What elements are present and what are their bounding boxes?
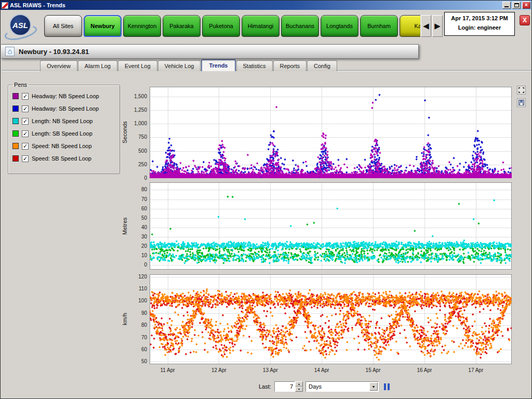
pen-row-speed-nb-speed-loop: ✓Speed: NB Speed Loop (12, 140, 115, 152)
x-tick-label: 16 Apr (417, 367, 432, 373)
pen-checkbox[interactable]: ✓ (22, 93, 29, 100)
site-button-pakaraka[interactable]: Pakaraka (163, 15, 201, 37)
pen-list: ✓Headway: NB Speed Loop✓Headway: SB Spee… (12, 90, 115, 165)
window-title: ASL RIAWS - Trends (10, 1, 501, 10)
spinner-up-button[interactable]: ▲ (295, 381, 303, 387)
close-icon: × (525, 2, 528, 8)
logo-text: ASL (12, 21, 28, 30)
tab-config[interactable]: Config (307, 60, 337, 71)
next-sites-button[interactable]: ▶ (432, 15, 443, 37)
logo-circle: ASL (9, 14, 31, 36)
exit-x-icon: X (523, 17, 527, 24)
tab-trends[interactable]: Trends (201, 59, 235, 71)
left-arrow-icon: ◀ (423, 21, 429, 31)
unit-dropdown[interactable]: Days ▼ (305, 381, 379, 392)
application-window: ASL RIAWS - Trends × ASL All SitesNewbur… (0, 0, 532, 399)
tab-event-log[interactable]: Event Log (118, 60, 157, 71)
prev-sites-button[interactable]: ◀ (421, 15, 431, 37)
pen-checkbox[interactable]: ✓ (22, 105, 29, 112)
y-tick-label: 1,000 (127, 121, 147, 126)
pen-label: Speed: NB Speed Loop (32, 143, 92, 149)
pen-row-length-sb-speed-loop: ✓Length: SB Speed Loop (12, 127, 115, 140)
pen-checkbox[interactable]: ✓ (22, 143, 29, 150)
pens-panel: Pens ✓Headway: NB Speed Loop✓Headway: SB… (8, 82, 120, 174)
x-tick-label: 17 Apr (468, 367, 483, 373)
site-button-kai[interactable]: Kai (400, 15, 420, 37)
y-tick-label: 10 (127, 252, 147, 258)
site-button-longlands[interactable]: Longlands (321, 15, 358, 37)
pens-title: Pens (12, 82, 29, 88)
tab-vehicle-log[interactable]: Vehicle Log (158, 60, 201, 71)
site-header-banner: ⌂ Newbury - 10.93.24.81 (1, 44, 419, 59)
pen-checkbox[interactable]: ✓ (22, 118, 29, 125)
y-tick-label: 20 (127, 243, 147, 249)
unit-dropdown-value: Days (309, 383, 322, 390)
site-buttons-strip: All SitesNewburyKenningtonPakarakaPuketo… (44, 15, 420, 38)
site-button-newbury[interactable]: Newbury (84, 15, 122, 37)
y-tick-label: 1,250 (127, 107, 147, 113)
close-button[interactable]: × (522, 2, 530, 9)
y-tick-label: 80 (127, 322, 147, 328)
save-chart-button[interactable] (517, 98, 526, 107)
y-tick-label: 0 (127, 175, 147, 181)
save-icon (518, 100, 524, 105)
x-tick-label: 13 Apr (263, 367, 278, 373)
exit-button[interactable]: X (520, 15, 530, 25)
y-tick-label: 30 (127, 234, 147, 240)
pen-row-headway-sb-speed-loop: ✓Headway: SB Speed Loop (12, 102, 115, 115)
headway-plot[interactable] (150, 87, 512, 178)
site-nav-arrows: ◀ ▶ (421, 15, 443, 37)
site-button-kennington[interactable]: Kennington (123, 15, 161, 37)
pause-icon-bar (384, 383, 386, 390)
maximize-button[interactable] (512, 2, 521, 9)
y-tick-label: 60 (127, 206, 147, 211)
site-button-himatangi[interactable]: Himatangi (242, 15, 280, 37)
expand-icon (518, 87, 524, 93)
dropdown-arrow-icon[interactable]: ▼ (369, 382, 378, 391)
pen-color-swatch (12, 155, 19, 162)
pen-row-headway-nb-speed-loop: ✓Headway: NB Speed Loop (12, 90, 115, 102)
tab-reports[interactable]: Reports (273, 60, 307, 71)
y-tick-label: 250 (127, 162, 147, 167)
site-button-all-sites[interactable]: All Sites (44, 15, 82, 37)
pause-button[interactable] (381, 382, 392, 391)
site-button-burnham[interactable]: Burnham (360, 15, 398, 37)
length-plot[interactable] (150, 182, 512, 270)
last-value-input[interactable] (274, 381, 295, 392)
y-tick-label: 110 (127, 286, 147, 291)
last-label: Last: (259, 383, 271, 390)
tab-overview[interactable]: Overview (40, 60, 77, 71)
y-tick-label: 70 (127, 196, 147, 202)
pen-color-swatch (12, 93, 19, 99)
minimize-button[interactable] (502, 2, 511, 9)
x-tick-label: 11 Apr (161, 367, 175, 373)
speed-plot[interactable] (150, 274, 512, 364)
spinner-down-button[interactable]: ▼ (295, 387, 303, 392)
site-button-buchanans[interactable]: Buchanans (281, 15, 319, 37)
pen-row-length-nb-speed-loop: ✓Length: NB Speed Loop (12, 115, 115, 127)
pen-color-swatch (12, 130, 19, 137)
y-tick-label: 90 (127, 310, 147, 316)
maximize-icon (514, 3, 519, 7)
right-arrow-icon: ▶ (434, 21, 441, 31)
toolbar: ASL All SitesNewburyKenningtonPakarakaPu… (1, 10, 531, 44)
y-tick-label: 750 (127, 134, 147, 140)
home-icon: ⌂ (5, 47, 15, 56)
expand-chart-button[interactable] (517, 86, 526, 95)
pen-checkbox[interactable]: ✓ (22, 130, 29, 137)
pen-row-speed-sb-speed-loop: ✓Speed: SB Speed Loop (12, 152, 115, 165)
tab-alarm-log[interactable]: Alarm Log (78, 60, 117, 71)
datetime-panel: Apr 17, 2015 3:12 PM Login: engineer (444, 12, 515, 36)
site-header-title: Newbury - 10.93.24.81 (19, 48, 89, 56)
titlebar: ASL RIAWS - Trends × (1, 1, 531, 10)
y-tick-label: 1,500 (127, 94, 147, 99)
y-tick-label: 70 (127, 335, 147, 340)
pause-icon-bar (388, 383, 390, 390)
tab-statistics[interactable]: Statistics (236, 60, 273, 71)
last-value-spinner: ▲ ▼ (274, 381, 303, 392)
y-tick-label: 120 (127, 274, 147, 280)
y-tick-label: 80 (127, 187, 147, 192)
pen-color-swatch (12, 143, 19, 149)
site-button-puketona[interactable]: Puketona (202, 15, 240, 37)
pen-checkbox[interactable]: ✓ (22, 155, 29, 162)
